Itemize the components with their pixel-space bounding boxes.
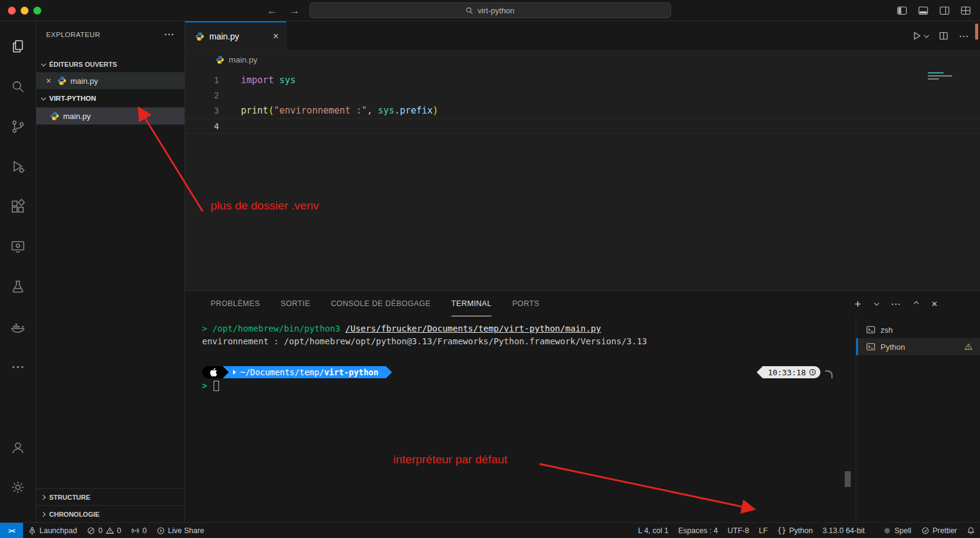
maximize-panel-icon[interactable] xyxy=(914,301,919,306)
indentation-item[interactable]: Espaces : 4 xyxy=(674,523,723,538)
file-link[interactable]: /Users/fbrucker/Documents/temp/virt-pyth… xyxy=(345,324,601,333)
problems-item[interactable]: 0 0 xyxy=(82,523,126,538)
close-tab-icon[interactable]: × xyxy=(273,31,279,42)
terminal-tabs-list: zsh Python xyxy=(856,316,980,522)
search-value: virt-python xyxy=(478,6,515,15)
run-debug-icon[interactable] xyxy=(0,146,36,186)
eol-item[interactable]: LF xyxy=(754,523,772,538)
launchpad-icon xyxy=(28,526,36,535)
structure-section-header[interactable]: STRUCTURE xyxy=(36,488,184,505)
toggle-panel-icon[interactable] xyxy=(917,5,929,16)
panel-tab-bar: PROBLÈMES SORTIE CONSOLE DE DÉBOGAGE TER… xyxy=(185,291,980,316)
python-file-icon xyxy=(50,111,59,121)
status-bar: >< Launchpad 0 0 0 Live Share L 4, col 1… xyxy=(0,522,980,538)
close-panel-icon[interactable]: × xyxy=(931,299,938,309)
terminal-output[interactable]: > /opt/homebrew/bin/python3 /Users/fbruc… xyxy=(185,316,856,522)
terminal-output-line: environnement : /opt/homebrew/opt/python… xyxy=(202,335,856,348)
vscode-window: ← → virt-python xyxy=(0,0,980,538)
explorer-sidebar: EXPLORATEUR ··· ÉDITEURS OUVERTS × main.… xyxy=(36,21,185,522)
tab-output[interactable]: SORTIE xyxy=(280,291,310,316)
timeline-section-header[interactable]: CHRONOLOGIE xyxy=(36,505,184,522)
chevron-down-icon xyxy=(41,61,46,66)
run-python-button[interactable] xyxy=(912,31,928,41)
chevron-down-icon xyxy=(41,95,46,100)
title-bar: ← → virt-python xyxy=(0,0,980,21)
docker-icon[interactable] xyxy=(0,307,36,347)
tab-terminal[interactable]: TERMINAL xyxy=(451,291,492,316)
settings-icon[interactable] xyxy=(0,467,36,507)
spell-item[interactable]: Spell xyxy=(878,523,916,538)
customize-layout-icon[interactable] xyxy=(960,5,972,16)
tab-bar: main.py × ··· xyxy=(185,21,980,51)
live-share-item[interactable]: Live Share xyxy=(152,523,209,538)
forward-arrow-icon[interactable]: → xyxy=(289,5,300,17)
command-center-search[interactable]: virt-python xyxy=(309,2,671,18)
broadcast-item[interactable]: 0 xyxy=(126,523,152,538)
explorer-icon[interactable] xyxy=(0,26,36,66)
notifications-item[interactable] xyxy=(962,523,980,538)
split-editor-icon[interactable] xyxy=(939,31,948,41)
python-interpreter-item[interactable]: 3.13.0 64-bit xyxy=(817,523,870,538)
terminal-tab-zsh[interactable]: zsh xyxy=(856,321,980,338)
chevron-right-icon xyxy=(41,511,46,516)
tab-problems[interactable]: PROBLÈMES xyxy=(211,291,260,316)
workspace-folder-header[interactable]: VIRT-PYTHON xyxy=(36,89,184,107)
terminal-input-line[interactable]: > xyxy=(202,379,856,392)
toggle-sidebar-icon[interactable] xyxy=(896,5,908,16)
sidebar-actions-icon[interactable]: ··· xyxy=(164,30,175,39)
gear-icon xyxy=(883,526,891,535)
terminal-icon xyxy=(866,325,876,335)
tab-main-py[interactable]: main.py × xyxy=(185,21,286,50)
clock-icon xyxy=(809,369,816,376)
remote-indicator[interactable]: >< xyxy=(0,523,23,538)
terminal-icon xyxy=(866,342,876,352)
file-item-main-py[interactable]: main.py xyxy=(36,107,184,124)
encoding-item[interactable]: UTF-8 xyxy=(723,523,754,538)
search-icon[interactable] xyxy=(0,66,36,106)
python-file-icon xyxy=(57,76,67,86)
extensions-icon[interactable] xyxy=(0,186,36,226)
minimap[interactable] xyxy=(928,72,962,81)
check-circle-icon xyxy=(921,526,930,535)
braces-icon: {} xyxy=(777,526,786,535)
back-arrow-icon[interactable]: ← xyxy=(267,5,277,17)
close-icon[interactable]: × xyxy=(44,76,53,86)
editor-more-actions-icon[interactable]: ··· xyxy=(959,32,969,41)
code-editor[interactable]: 1import sys 2 3print("environnement :", … xyxy=(185,69,980,290)
remote-explorer-icon[interactable] xyxy=(0,226,36,267)
warning-icon xyxy=(964,342,973,351)
launchpad-item[interactable]: Launchpad xyxy=(23,523,82,538)
prettier-item[interactable]: Prettier xyxy=(916,523,962,538)
minimize-window-button[interactable] xyxy=(21,7,29,15)
terminal-tab-python[interactable]: Python xyxy=(856,338,980,355)
toggle-secondary-sidebar-icon[interactable] xyxy=(939,5,950,16)
language-mode-item[interactable]: {} Python xyxy=(772,523,817,538)
close-window-button[interactable] xyxy=(8,7,16,15)
source-control-icon[interactable] xyxy=(0,106,36,146)
apple-logo-icon xyxy=(210,368,217,376)
testing-icon[interactable] xyxy=(0,267,36,307)
chevron-down-icon[interactable] xyxy=(874,301,879,305)
chevron-right-icon xyxy=(41,494,46,499)
code-line-4: 4 xyxy=(185,118,980,134)
accounts-icon[interactable] xyxy=(0,427,36,467)
activity-bar xyxy=(0,21,36,522)
breadcrumb[interactable]: main.py xyxy=(185,51,980,69)
open-editor-item-main-py[interactable]: × main.py xyxy=(36,72,184,89)
cursor-position-item[interactable]: L 4, col 1 xyxy=(633,523,673,538)
panel-more-actions-icon[interactable]: ··· xyxy=(891,299,901,308)
tab-debug-console[interactable]: CONSOLE DE DÉBOGAGE xyxy=(331,291,431,316)
prompt-frame-corner xyxy=(825,370,833,378)
tab-ports[interactable]: PORTS xyxy=(512,291,539,316)
sidebar-title: EXPLORATEUR xyxy=(46,31,100,38)
scrollbar-thumb[interactable] xyxy=(845,471,851,487)
bell-icon xyxy=(967,526,975,535)
new-terminal-icon[interactable]: + xyxy=(854,298,861,310)
shell-prompt: ~/Documents/temp/virt-python 10:33:18 xyxy=(202,366,833,378)
window-controls xyxy=(0,7,41,15)
zoom-window-button[interactable] xyxy=(33,7,41,15)
error-circle-icon xyxy=(87,526,95,535)
open-editors-header[interactable]: ÉDITEURS OUVERTS xyxy=(36,56,184,72)
terminal-cursor xyxy=(214,381,219,391)
more-icon[interactable] xyxy=(0,347,36,387)
